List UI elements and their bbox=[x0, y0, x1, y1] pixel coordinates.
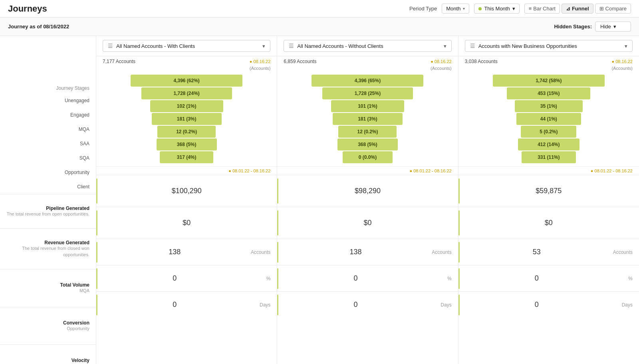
hidden-stages-dropdown[interactable]: Hide ▾ bbox=[595, 22, 631, 32]
chart-header: ☰ All Named Accounts - Without Clients ▾ bbox=[277, 36, 458, 56]
funnel-bar-2: 102 (1%) bbox=[150, 100, 223, 112]
funnel-bar-5: 368 (5%) bbox=[157, 138, 217, 150]
snapshot-date: ● 08.16.22 bbox=[250, 59, 271, 64]
date-range: ● 08.01.22 - 08.16.22 bbox=[277, 166, 458, 175]
funnel-container: 4,396 (62%) 1,728 (24%) 102 (1%) 181 (3%… bbox=[96, 71, 277, 166]
funnel-bar-0: 4,396 (65%) bbox=[312, 75, 423, 87]
revenue-generated-value: $0 bbox=[277, 207, 458, 239]
chart-dropdown-label: All Named Accounts - With Clients bbox=[116, 43, 195, 49]
funnel-bar-wrap: 317 (4%) bbox=[108, 151, 265, 163]
chevron-down-icon: ▾ bbox=[613, 24, 616, 30]
funnel-bar-wrap: 44 (1%) bbox=[470, 113, 627, 125]
account-count: 3,038 Accounts bbox=[465, 59, 498, 64]
chevron-down-icon: ▾ bbox=[262, 43, 265, 49]
account-count-row: 7,177 Accounts ● 08.16.22 bbox=[96, 56, 277, 66]
pipeline-generated-label: Pipeline Generated The total revenue fro… bbox=[0, 194, 96, 228]
revenue-generated-label: Revenue Generated The total revenue from… bbox=[0, 228, 96, 269]
funnel-bar-wrap: 368 (5%) bbox=[108, 138, 265, 150]
bar-chart-button[interactable]: ≡ Bar Chart bbox=[524, 4, 560, 14]
funnel-bar-wrap: 331 (11%) bbox=[470, 151, 627, 163]
funnel-bar-wrap: 4,396 (62%) bbox=[108, 75, 265, 87]
stage-labels-list: Unengaged Engaged MQA SAA SQA Opportunit… bbox=[0, 93, 96, 194]
snapshot-date: ● 08.16.22 bbox=[431, 59, 452, 64]
funnel-bar-2: 101 (1%) bbox=[331, 100, 404, 112]
journey-stages-header: Journey Stages bbox=[56, 85, 89, 91]
funnel-bar-wrap: 453 (15%) bbox=[470, 87, 627, 99]
list-icon: ☰ bbox=[289, 43, 294, 49]
funnel-bar-0: 4,396 (62%) bbox=[131, 75, 242, 87]
stage-label-client: Client bbox=[0, 180, 96, 194]
funnel-bar-6: 331 (11%) bbox=[522, 151, 576, 163]
revenue-generated-value: $0 bbox=[458, 207, 639, 239]
funnel-bar-wrap: 101 (1%) bbox=[289, 100, 446, 112]
period-type-label: Period Type bbox=[409, 6, 437, 12]
hidden-stages-control: Hidden Stages: Hide ▾ bbox=[554, 22, 631, 32]
date-range: ● 08.01.22 - 08.16.22 bbox=[96, 166, 277, 175]
left-labels: Journey Stages Unengaged Engaged MQA SAA… bbox=[0, 36, 96, 364]
chart-dropdown-label: All Named Accounts - Without Clients bbox=[297, 43, 383, 49]
funnel-bar-wrap: 181 (3%) bbox=[289, 113, 446, 125]
chart-col-2: ☰ All Named Accounts - Without Clients ▾… bbox=[277, 36, 458, 364]
total-volume-value: 138 Accounts bbox=[96, 239, 277, 265]
compare-button[interactable]: ⊞ Compare bbox=[595, 4, 631, 14]
this-month-dropdown[interactable]: This Month ▾ bbox=[474, 4, 519, 14]
journey-date: Journey as of 08/16/2022 bbox=[8, 24, 69, 30]
funnel-bar-wrap: 0 (0.0%) bbox=[289, 151, 446, 163]
funnel-bar-3: 44 (1%) bbox=[516, 113, 581, 125]
compare-icon: ⊞ bbox=[599, 6, 604, 12]
conversion-label: Conversion Opportunity bbox=[0, 307, 96, 344]
conversion-value: 0 % bbox=[458, 265, 639, 291]
funnel-bar-0: 1,742 (58%) bbox=[493, 75, 605, 87]
chart-dropdown-label: Accounts with New Business Opportunities bbox=[478, 43, 577, 49]
page-title: Journeys bbox=[8, 4, 47, 14]
period-type-dropdown[interactable]: Month ▾ bbox=[442, 4, 469, 14]
funnel-bar-6: 317 (4%) bbox=[160, 151, 213, 163]
velocity-value: 0 Days bbox=[458, 291, 639, 318]
funnel-bar-3: 181 (3%) bbox=[152, 113, 222, 125]
funnel-bar-wrap: 1,742 (58%) bbox=[470, 75, 627, 87]
funnel-bar-wrap: 12 (0.2%) bbox=[108, 126, 265, 138]
funnel-bar-wrap: 1,728 (24%) bbox=[108, 87, 265, 99]
charts-area: ☰ All Named Accounts - With Clients ▾ 7,… bbox=[96, 36, 639, 364]
funnel-bar-wrap: 12 (0.2%) bbox=[289, 126, 446, 138]
funnel-bar-wrap: 102 (1%) bbox=[108, 100, 265, 112]
chevron-down-icon: ▾ bbox=[512, 6, 515, 12]
accounts-col-label: (Accounts) bbox=[458, 66, 639, 71]
sub-header: Journey as of 08/16/2022 Hidden Stages: … bbox=[0, 18, 639, 36]
chart-header: ☰ Accounts with New Business Opportuniti… bbox=[458, 36, 639, 56]
funnel-bar-6: 0 (0.0%) bbox=[343, 151, 393, 163]
funnel-bar-4: 5 (0.2%) bbox=[521, 126, 576, 138]
chart-dropdown[interactable]: ☰ All Named Accounts - Without Clients ▾ bbox=[284, 40, 451, 52]
chart-dropdown[interactable]: ☰ Accounts with New Business Opportuniti… bbox=[465, 40, 633, 52]
chart-col-3: ☰ Accounts with New Business Opportuniti… bbox=[458, 36, 639, 364]
funnel-bar-1: 453 (15%) bbox=[507, 87, 590, 99]
chevron-down-icon: ▾ bbox=[444, 43, 447, 49]
top-bar-controls: Period Type Month ▾ This Month ▾ ≡ Bar C… bbox=[409, 4, 631, 14]
accounts-col-label: (Accounts) bbox=[96, 66, 277, 71]
list-icon: ☰ bbox=[470, 43, 475, 49]
stage-label-unengaged: Unengaged bbox=[0, 93, 96, 108]
funnel-bar-5: 368 (5%) bbox=[337, 138, 398, 150]
chart-dropdown[interactable]: ☰ All Named Accounts - With Clients ▾ bbox=[103, 40, 270, 52]
conversion-value: 0 % bbox=[277, 265, 458, 291]
velocity-value: 0 Days bbox=[277, 291, 458, 318]
total-volume-label: Total Volume MQA bbox=[0, 269, 96, 307]
stage-label-sqa: SQA bbox=[0, 151, 96, 165]
total-volume-value: 53 Accounts bbox=[458, 239, 639, 265]
account-count: 6,859 Accounts bbox=[284, 59, 316, 64]
stage-label-mqa: MQA bbox=[0, 122, 96, 136]
total-volume-value: 138 Accounts bbox=[277, 239, 458, 265]
funnel-button[interactable]: ⊿ Funnel bbox=[562, 4, 593, 14]
conversion-value: 0 % bbox=[96, 265, 277, 291]
funnel-bar-wrap: 181 (3%) bbox=[108, 113, 265, 125]
funnel-bar-wrap: 1,728 (25%) bbox=[289, 87, 446, 99]
snapshot-date: ● 08.16.22 bbox=[611, 59, 633, 64]
funnel-bar-5: 412 (14%) bbox=[518, 138, 579, 150]
velocity-label: Velocity Opportunity bbox=[0, 344, 96, 364]
bar-chart-icon: ≡ bbox=[529, 6, 532, 12]
stage-label-saa: SAA bbox=[0, 136, 96, 151]
chevron-down-icon: ▾ bbox=[625, 43, 627, 49]
pipeline-generated-value: $59,875 bbox=[458, 175, 639, 207]
velocity-value: 0 Days bbox=[96, 291, 277, 318]
hidden-stages-label: Hidden Stages: bbox=[554, 24, 592, 30]
